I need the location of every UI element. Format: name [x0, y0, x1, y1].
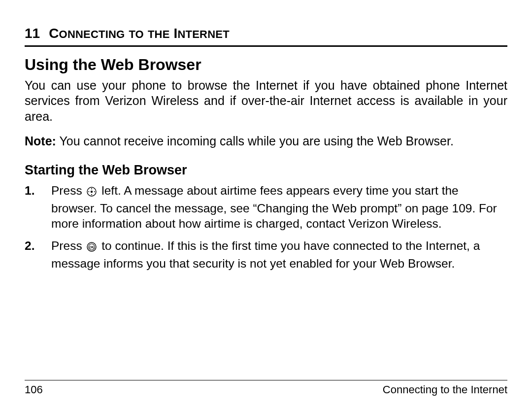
- note-label: Note:: [25, 134, 56, 148]
- step-pre: Press: [51, 239, 85, 252]
- step-body: Press OK to continue. If this is the fir…: [51, 238, 507, 271]
- manual-page: 11 Connecting to the Internet Using the …: [0, 0, 532, 411]
- list-item: 1. Press left. A message about airtime f…: [25, 183, 507, 231]
- ok-key-icon: OK: [87, 240, 97, 255]
- note-text: You cannot receive incoming calls while …: [56, 134, 454, 148]
- steps-list: 1. Press left. A message about airtime f…: [25, 183, 507, 271]
- nav-key-icon: [87, 185, 97, 200]
- step-post: to continue. If this is the first time y…: [51, 239, 480, 270]
- svg-point-1: [91, 191, 93, 193]
- page-footer: 106 Connecting to the Internet: [25, 380, 507, 396]
- svg-point-3: [91, 194, 92, 195]
- note-paragraph: Note: You cannot receive incoming calls …: [25, 133, 507, 149]
- chapter-header: 11 Connecting to the Internet: [25, 26, 507, 47]
- list-item: 2. Press OK to continue. If this is the …: [25, 238, 507, 271]
- svg-point-5: [94, 191, 95, 192]
- chapter-number: 11: [25, 26, 40, 41]
- chapter-title: Connecting to the Internet: [49, 26, 230, 41]
- svg-point-2: [91, 188, 92, 189]
- subsection-heading: Starting the Web Browser: [25, 163, 507, 178]
- page-number: 106: [25, 383, 43, 396]
- running-title: Connecting to the Internet: [383, 383, 507, 396]
- intro-paragraph: You can use your phone to browse the Int…: [25, 78, 507, 124]
- step-post: left. A message about airtime fees appea…: [51, 184, 497, 230]
- step-number: 1.: [25, 183, 51, 231]
- step-pre: Press: [51, 184, 85, 197]
- step-body: Press left. A message about airtime fees…: [51, 183, 507, 231]
- section-heading: Using the Web Browser: [25, 56, 507, 74]
- svg-text:OK: OK: [90, 245, 95, 249]
- step-number: 2.: [25, 238, 51, 271]
- svg-point-4: [89, 191, 90, 192]
